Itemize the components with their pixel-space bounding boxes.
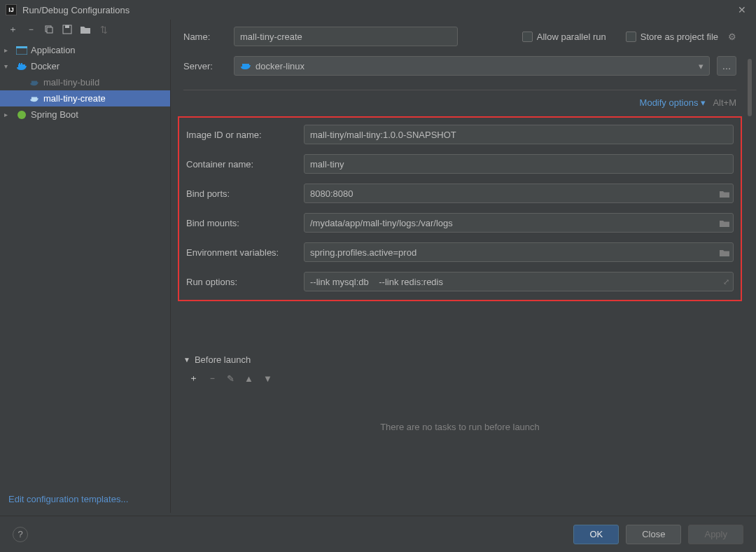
- tree-label: mall-tiny-create: [43, 93, 106, 104]
- sidebar-toolbar: ＋ － ⇅: [0, 20, 170, 39]
- apply-button[interactable]: Apply: [688, 525, 743, 544]
- svg-rect-3: [65, 25, 69, 28]
- config-tree: ▸ Application ▾ Docker mall-tiny-build: [0, 39, 170, 488]
- remove-icon[interactable]: －: [208, 372, 217, 385]
- checkbox-icon: [522, 32, 533, 42]
- checkbox-icon: [626, 32, 636, 42]
- sort-icon[interactable]: ⇅: [98, 24, 109, 35]
- before-launch-title: Before launch: [195, 354, 251, 365]
- docker-icon: [28, 79, 41, 86]
- help-button[interactable]: ?: [13, 527, 28, 542]
- edit-templates-link[interactable]: Edit configuration templates...: [8, 494, 128, 504]
- highlighted-section: Image ID or name: Container name: Bind p…: [178, 116, 742, 301]
- edit-icon[interactable]: ✎: [227, 373, 234, 384]
- folder-icon[interactable]: [80, 24, 91, 35]
- chevron-right-icon: ▸: [4, 46, 13, 54]
- store-as-file-checkbox[interactable]: Store as project file: [626, 32, 718, 42]
- svg-point-8: [18, 111, 26, 119]
- image-label: Image ID or name:: [186, 130, 298, 140]
- application-icon: [15, 46, 28, 55]
- divider: [183, 90, 736, 90]
- down-icon[interactable]: ▼: [263, 373, 272, 384]
- tree-label: mall-tiny-build: [43, 77, 99, 88]
- name-label: Name:: [183, 32, 227, 42]
- svg-rect-1: [47, 27, 52, 33]
- close-button[interactable]: Close: [626, 525, 681, 544]
- container-label: Container name:: [186, 159, 298, 170]
- up-icon[interactable]: ▲: [244, 373, 253, 384]
- tree-label: Docker: [31, 61, 59, 71]
- server-label: Server:: [183, 61, 227, 71]
- tree-label: Application: [31, 45, 76, 55]
- tree-spring-boot[interactable]: ▸ Spring Boot: [0, 106, 170, 123]
- tree-label: Spring Boot: [31, 109, 78, 120]
- save-icon[interactable]: [62, 24, 73, 35]
- scrollbar[interactable]: [748, 59, 752, 493]
- app-icon: IJ: [6, 4, 17, 15]
- window-title: Run/Debug Configurations: [22, 5, 734, 15]
- svg-rect-7: [21, 63, 22, 64]
- docker-icon: [28, 95, 41, 102]
- chevron-down-icon: ▾: [701, 97, 706, 108]
- env-label: Environment variables:: [186, 247, 298, 258]
- modify-options-link[interactable]: Modify options ▾: [640, 97, 706, 108]
- remove-icon[interactable]: －: [25, 24, 36, 35]
- runopt-input[interactable]: [304, 272, 734, 291]
- bind-ports-input[interactable]: [304, 184, 734, 203]
- container-input[interactable]: [304, 154, 734, 174]
- modify-options-label: Modify options: [640, 97, 699, 108]
- copy-icon[interactable]: [43, 24, 55, 35]
- bind-ports-label: Bind ports:: [186, 188, 298, 199]
- image-input[interactable]: [304, 125, 734, 144]
- chevron-right-icon: ▸: [4, 111, 13, 118]
- tree-docker-child-build[interactable]: mall-tiny-build: [0, 74, 170, 90]
- close-icon[interactable]: ✕: [734, 4, 750, 15]
- bind-mounts-label: Bind mounts:: [186, 218, 298, 228]
- bind-mounts-input[interactable]: [304, 213, 734, 233]
- chevron-down-icon: ▼: [183, 356, 190, 364]
- docker-icon: [240, 62, 251, 70]
- chevron-down-icon: ▾: [4, 62, 13, 70]
- store-as-file-label: Store as project file: [640, 32, 718, 42]
- spring-icon: [15, 110, 28, 120]
- svg-rect-6: [19, 63, 20, 64]
- svg-rect-5: [16, 46, 27, 48]
- modify-shortcut: Alt+M: [713, 97, 736, 108]
- tree-docker-child-create[interactable]: mall-tiny-create: [0, 90, 170, 106]
- name-input[interactable]: [234, 27, 458, 46]
- server-browse-button[interactable]: …: [717, 56, 736, 76]
- env-input[interactable]: [304, 242, 734, 262]
- tree-application[interactable]: ▸ Application: [0, 42, 170, 58]
- runopt-label: Run options:: [186, 277, 298, 287]
- server-value: docker-linux: [255, 61, 304, 71]
- add-icon[interactable]: ＋: [189, 372, 198, 385]
- docker-icon: [15, 62, 28, 71]
- tree-docker[interactable]: ▾ Docker: [0, 58, 170, 74]
- gear-icon[interactable]: ⚙: [728, 32, 736, 42]
- before-launch-empty: There are no tasks to run before launch: [183, 392, 736, 462]
- ok-button[interactable]: OK: [573, 525, 619, 544]
- chevron-down-icon: ▾: [699, 61, 704, 71]
- add-icon[interactable]: ＋: [7, 24, 18, 35]
- server-combo[interactable]: docker-linux ▾: [234, 56, 710, 76]
- before-launch-toolbar: ＋ － ✎ ▲ ▼: [183, 372, 736, 385]
- allow-parallel-checkbox[interactable]: Allow parallel run: [522, 32, 606, 42]
- allow-parallel-label: Allow parallel run: [537, 32, 606, 42]
- before-launch-header[interactable]: ▼ Before launch: [183, 354, 736, 365]
